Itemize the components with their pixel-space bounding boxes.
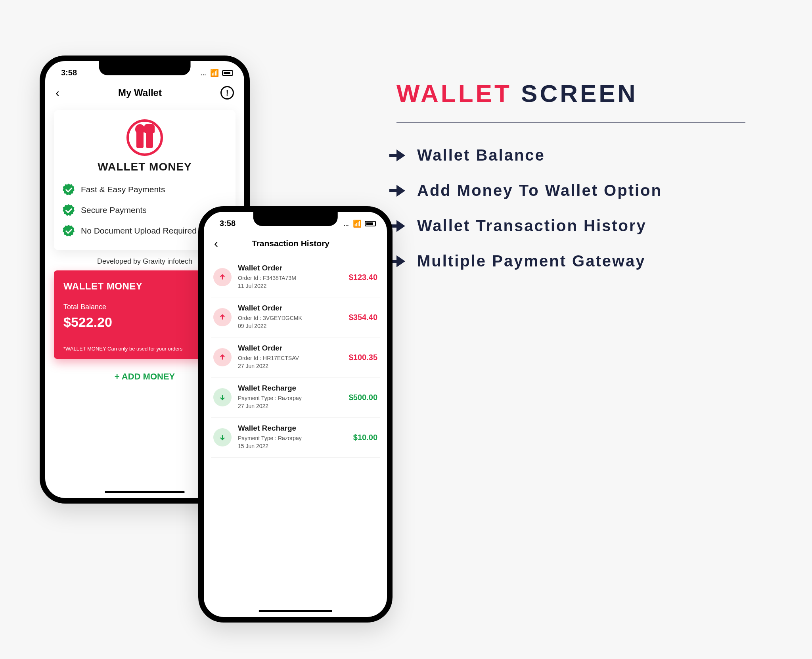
arrow-right-icon (396, 185, 405, 197)
transaction-subtitle: Payment Type : Razorpay (238, 395, 343, 401)
transaction-date: 27 Jun 2022 (238, 363, 343, 369)
fork-icon (146, 127, 153, 148)
transaction-title: Wallet Order (238, 344, 343, 352)
transaction-info: Wallet RechargePayment Type : Razorpay27… (238, 384, 343, 411)
feature-item: Multiple Payment Gateway (396, 252, 785, 270)
feature-list: Wallet Balance Add Money To Wallet Optio… (396, 146, 785, 270)
logo-block: WALLET MONEY (63, 119, 227, 173)
marketing-panel: WALLET SCREEN Wallet Balance Add Money T… (396, 79, 785, 287)
transaction-amount: $10.00 (353, 433, 377, 442)
transaction-info: Wallet OrderOrder Id : 3VGEYDGCMK09 Jul … (238, 304, 343, 331)
transaction-amount: $123.40 (349, 273, 377, 282)
phone-transactions: 3:58 ‹ Transaction History Wallet OrderO… (198, 206, 393, 623)
battery-icon (365, 221, 376, 226)
wifi-icon (353, 219, 362, 228)
transaction-row[interactable]: Wallet OrderOrder Id : F3438TA73M11 Jul … (211, 257, 380, 297)
transaction-title: Wallet Order (238, 304, 343, 312)
transaction-date: 15 Jun 2022 (238, 443, 347, 449)
back-button[interactable]: ‹ (56, 86, 59, 100)
feature-label: Wallet Balance (417, 146, 545, 164)
check-badge-icon (63, 184, 75, 195)
transaction-amount: $354.40 (349, 313, 377, 322)
benefit-label: Secure Payments (81, 205, 147, 215)
feature-label: Wallet Transaction History (417, 217, 647, 235)
check-badge-icon (63, 204, 75, 216)
transaction-info: Wallet OrderOrder Id : HR17ECTSAV27 Jun … (238, 344, 343, 371)
arrow-down-icon (213, 388, 232, 406)
transaction-list[interactable]: Wallet OrderOrder Id : F3438TA73M11 Jul … (204, 257, 387, 458)
info-button[interactable]: ! (220, 86, 234, 100)
headline: WALLET SCREEN (396, 79, 785, 107)
transaction-row[interactable]: Wallet OrderOrder Id : HR17ECTSAV27 Jun … (211, 337, 380, 377)
transaction-subtitle: Order Id : F3438TA73M (238, 275, 343, 281)
battery-icon (222, 70, 233, 76)
nav-bar: ‹ Transaction History (204, 230, 387, 257)
wifi-icon (210, 68, 219, 77)
transaction-date: 11 Jul 2022 (238, 283, 343, 289)
transaction-subtitle: Order Id : 3VGEYDGCMK (238, 315, 343, 321)
transaction-subtitle: Order Id : HR17ECTSAV (238, 355, 343, 361)
arrow-up-icon (213, 308, 232, 326)
benefit-label: No Document Upload Required (81, 226, 197, 236)
status-time: 3:58 (61, 68, 77, 77)
check-badge-icon (63, 225, 75, 237)
page-title: My Wallet (118, 87, 162, 98)
home-indicator (105, 491, 185, 493)
transaction-title: Wallet Order (238, 264, 343, 272)
home-indicator (259, 610, 332, 612)
page-title: Transaction History (252, 239, 329, 248)
phone-notch (99, 61, 191, 75)
phone-notch (253, 212, 338, 226)
headline-divider (396, 122, 745, 123)
transaction-row[interactable]: Wallet RechargePayment Type : Razorpay27… (211, 377, 380, 418)
spoon-icon (136, 127, 144, 148)
app-logo-icon (126, 119, 163, 156)
transaction-info: Wallet RechargePayment Type : Razorpay15… (238, 424, 347, 451)
arrow-right-icon (396, 149, 405, 161)
arrow-right-icon (396, 255, 405, 267)
arrow-up-icon (213, 268, 232, 286)
transaction-amount: $500.00 (349, 393, 377, 402)
feature-item: Wallet Balance (396, 146, 785, 164)
transaction-info: Wallet OrderOrder Id : F3438TA73M11 Jul … (238, 264, 343, 291)
feature-label: Multiple Payment Gateway (417, 252, 646, 270)
status-icons (201, 68, 233, 77)
back-button[interactable]: ‹ (214, 237, 218, 250)
benefit-item: Fast & Easy Payments (63, 184, 227, 195)
nav-bar: ‹ My Wallet ! (45, 79, 244, 107)
benefit-label: Fast & Easy Payments (81, 185, 165, 194)
transaction-row[interactable]: Wallet OrderOrder Id : 3VGEYDGCMK09 Jul … (211, 297, 380, 337)
transaction-amount: $100.35 (349, 353, 377, 362)
arrow-down-icon (213, 428, 232, 446)
headline-rest: SCREEN (521, 80, 638, 107)
status-time: 3:58 (220, 219, 236, 228)
transaction-date: 09 Jul 2022 (238, 323, 343, 329)
wallet-card-title: WALLET MONEY (98, 161, 192, 173)
arrow-right-icon (396, 220, 405, 232)
transaction-subtitle: Payment Type : Razorpay (238, 435, 347, 441)
feature-item: Add Money To Wallet Option (396, 182, 785, 199)
benefit-item: Secure Payments (63, 204, 227, 216)
status-icons (343, 219, 376, 228)
transaction-title: Wallet Recharge (238, 424, 347, 433)
transaction-row[interactable]: Wallet RechargePayment Type : Razorpay15… (211, 418, 380, 458)
feature-item: Wallet Transaction History (396, 217, 785, 235)
feature-label: Add Money To Wallet Option (417, 182, 662, 199)
arrow-up-icon (213, 348, 232, 366)
cellular-icon (201, 68, 207, 77)
transaction-title: Wallet Recharge (238, 384, 343, 393)
cellular-icon (343, 219, 350, 228)
headline-accent: WALLET (396, 80, 512, 107)
transaction-date: 27 Jun 2022 (238, 403, 343, 409)
